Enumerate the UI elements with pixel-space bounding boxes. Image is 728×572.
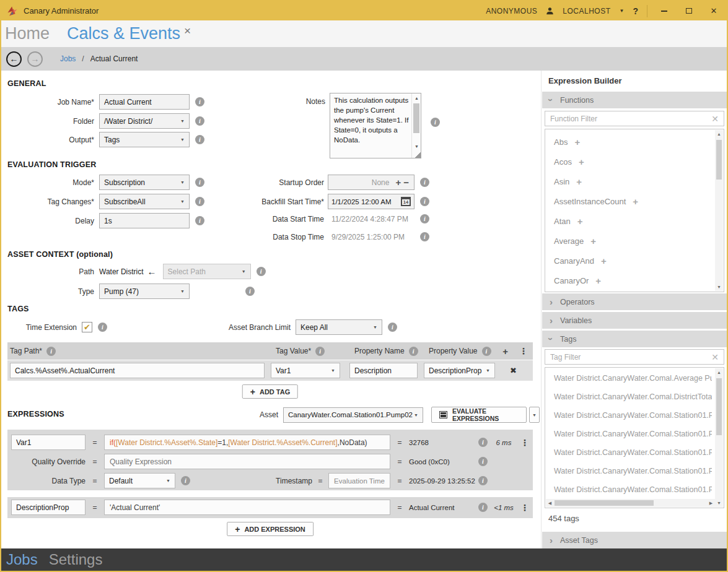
back-button[interactable]: ← — [6, 51, 22, 67]
job-name-input[interactable] — [99, 94, 190, 110]
tab-home[interactable]: Home — [5, 24, 50, 43]
type-info-icon[interactable]: i — [245, 287, 255, 296]
tag-value-select[interactable]: Var1 ▼ — [271, 363, 340, 378]
tag-path-info-icon[interactable]: i — [46, 347, 56, 356]
add-expression-button[interactable]: + ADD EXPRESSION — [227, 522, 314, 536]
evaluate-options-button[interactable]: ▼ — [529, 407, 540, 423]
function-item[interactable]: Abs+ — [545, 132, 724, 152]
expression-info-icon[interactable]: i — [478, 438, 488, 447]
add-function-icon[interactable]: + — [595, 275, 601, 286]
expression-name-input[interactable] — [11, 500, 86, 515]
job-name-info-icon[interactable]: i — [195, 97, 204, 106]
maximize-button[interactable] — [681, 5, 697, 17]
variables-section-header[interactable]: › Variables — [542, 312, 727, 329]
function-item[interactable]: Atan+ — [545, 211, 724, 231]
add-function-icon[interactable]: + — [633, 196, 638, 207]
function-item[interactable]: AssetInstanceCount+ — [545, 191, 724, 211]
scrollbar-thumb[interactable] — [555, 500, 654, 506]
scroll-up-icon[interactable]: ▲ — [715, 130, 723, 138]
scroll-right-icon[interactable]: ▶ — [707, 499, 715, 507]
tab-close-icon[interactable]: × — [184, 24, 191, 38]
scroll-down-icon[interactable]: ▼ — [715, 283, 723, 291]
forward-button[interactable]: → — [27, 51, 43, 67]
increment-icon[interactable]: + — [394, 178, 402, 187]
host-selector[interactable]: LOCALHOST — [563, 7, 610, 15]
tag-list-item[interactable]: Water District.CanaryWater.Comal.Station… — [545, 425, 724, 443]
backfill-start-info-icon[interactable]: i — [420, 197, 429, 206]
tag-list-item[interactable]: Water District.CanaryWater.Comal.Station… — [545, 462, 724, 480]
tag-list-item[interactable]: Water District.CanaryWater.Comal.Station… — [545, 406, 724, 425]
add-tag-row-icon[interactable]: + — [502, 346, 508, 357]
breadcrumb-jobs-link[interactable]: Jobs — [60, 54, 76, 63]
function-list-scrollbar[interactable]: ▲ ▼ — [715, 130, 723, 291]
tag-list-hscrollbar[interactable]: ◀ ▶ — [546, 499, 715, 507]
expression-input[interactable]: if([Water District.%Asset%.State]=1, [Wa… — [104, 435, 390, 450]
scrollbar-thumb[interactable] — [716, 378, 722, 435]
tag-path-input[interactable] — [10, 363, 265, 378]
startup-order-info-icon[interactable]: i — [420, 178, 429, 187]
operators-section-header[interactable]: › Operators — [542, 293, 727, 310]
minimize-button[interactable] — [656, 5, 672, 17]
tag-list-item[interactable]: Water District.CanaryWater.Comal.Station… — [545, 443, 724, 462]
tag-value-info-icon[interactable]: i — [315, 347, 325, 356]
scroll-down-icon[interactable]: ▼ — [715, 499, 723, 507]
expression-menu-icon[interactable]: ⋮ — [520, 503, 529, 513]
scrollbar-thumb[interactable] — [716, 140, 722, 180]
type-select[interactable]: Pump (47) ▼ — [99, 284, 190, 299]
expression-menu-icon[interactable]: ⋮ — [520, 438, 529, 448]
functions-section-header[interactable]: › Functions — [542, 92, 727, 108]
scroll-up-icon[interactable]: ▲ — [715, 368, 723, 376]
data-type-select[interactable]: Default ▼ — [104, 473, 175, 488]
asset-select[interactable]: CanaryWater.Comal.Station01.Pump02 ▼ — [283, 407, 423, 423]
time-extension-info-icon[interactable]: i — [98, 323, 107, 332]
add-function-icon[interactable]: + — [590, 236, 596, 246]
function-item[interactable]: Acos+ — [545, 152, 724, 171]
data-start-info-icon[interactable]: i — [420, 214, 429, 223]
add-tag-button[interactable]: + ADD TAG — [242, 384, 298, 399]
host-caret-icon[interactable]: ▼ — [620, 8, 625, 14]
tag-list-item[interactable]: Water District.CanaryWater.Comal.Average… — [545, 369, 724, 388]
add-function-icon[interactable]: + — [579, 157, 584, 167]
notes-info-icon[interactable]: i — [431, 118, 440, 127]
property-value-info-icon[interactable]: i — [482, 347, 491, 356]
expression-input[interactable]: 'Actual Current' — [104, 500, 390, 515]
property-name-input[interactable] — [349, 363, 418, 378]
output-select[interactable]: Tags ▼ — [99, 132, 190, 147]
mode-info-icon[interactable]: i — [195, 178, 204, 187]
function-item[interactable]: Average+ — [545, 231, 724, 251]
tags-section-header[interactable]: › Tags — [542, 331, 727, 347]
data-type-info-icon[interactable]: i — [181, 476, 190, 485]
property-name-info-icon[interactable]: i — [409, 347, 418, 356]
calendar-icon[interactable]: 14 — [401, 197, 411, 206]
output-info-icon[interactable]: i — [195, 135, 204, 144]
function-item[interactable]: CanaryAnd+ — [545, 251, 724, 271]
delay-info-icon[interactable]: i — [195, 216, 204, 225]
decrement-icon[interactable]: − — [402, 178, 410, 187]
backfill-start-input[interactable]: 1/1/2025 12:00 AM 14 — [328, 194, 414, 209]
data-stop-info-icon[interactable]: i — [420, 232, 429, 241]
add-function-icon[interactable]: + — [577, 216, 583, 227]
scroll-down-icon[interactable]: ▼ — [412, 142, 421, 150]
folder-info-icon[interactable]: i — [195, 116, 204, 126]
user-name[interactable]: ANONYMOUS — [486, 7, 537, 15]
add-function-icon[interactable]: + — [601, 256, 607, 266]
timestamp-info-icon[interactable]: i — [478, 476, 488, 485]
folder-select[interactable]: /Water District/ ▼ — [99, 113, 190, 129]
property-value-select[interactable]: DescriptionProp ▼ — [424, 363, 495, 378]
table-menu-icon[interactable]: ⋮ — [519, 346, 528, 356]
add-function-icon[interactable]: + — [576, 176, 582, 187]
scrollbar-thumb[interactable] — [413, 103, 419, 133]
mode-select[interactable]: Subscription ▼ — [99, 175, 190, 190]
quality-expression-input[interactable] — [104, 454, 390, 469]
delay-input[interactable] — [99, 213, 190, 228]
nav-settings[interactable]: Settings — [49, 551, 103, 568]
tag-changes-select[interactable]: SubscribeAll ▼ — [99, 194, 190, 209]
time-extension-checkbox[interactable]: ✔ — [82, 322, 92, 332]
function-item[interactable]: Asin+ — [545, 171, 724, 191]
delete-tag-row-icon[interactable]: ✖ — [510, 366, 517, 375]
path-back-arrow-icon[interactable]: ← — [147, 266, 157, 277]
asset-tags-section-header[interactable]: › Asset Tags — [542, 532, 727, 548]
notes-textarea[interactable]: This calculation outputs the pump's Curr… — [330, 93, 421, 158]
tag-list-item[interactable]: Water District.CanaryWater.Comal.Station… — [545, 480, 724, 499]
path-info-icon[interactable]: i — [257, 267, 266, 276]
